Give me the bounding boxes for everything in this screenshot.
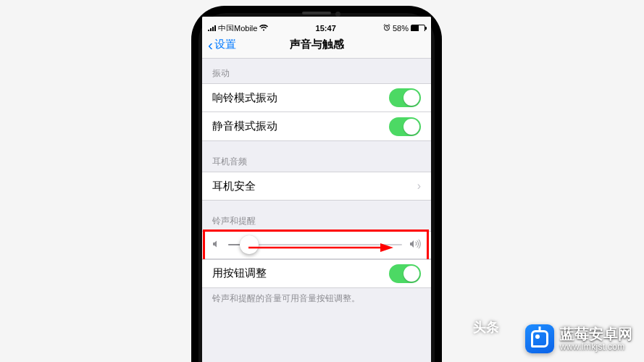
phone-bezel: 中国Mobile 15:47 58% — [198, 13, 435, 362]
row-label: 响铃模式振动 — [212, 91, 389, 105]
navigation-bar: ‹ 设置 声音与触感 — [202, 31, 431, 59]
watermark-logo-icon — [525, 324, 554, 353]
watermark-cut-text: 头条 — [473, 319, 499, 336]
section-header-vibrate: 振动 — [202, 59, 431, 83]
volume-high-icon — [409, 239, 421, 251]
toggle-silent-vibrate[interactable] — [389, 117, 421, 136]
row-headphone-safety[interactable]: 耳机安全 › — [202, 172, 431, 201]
chevron-right-icon: › — [417, 180, 421, 193]
toggle-ring-vibrate[interactable] — [389, 88, 421, 107]
watermark: 蓝莓安卓网 www.lmkjst.com — [525, 324, 632, 353]
phone-camera — [335, 12, 340, 17]
watermark-site-name: 蓝莓安卓网 — [560, 326, 632, 342]
footer-hint: 铃声和提醒的音量可用音量按钮调整。 — [202, 288, 431, 308]
row-label: 静音模式振动 — [212, 119, 389, 133]
status-bar: 中国Mobile 15:47 58% — [202, 17, 431, 31]
row-ring-vibrate[interactable]: 响铃模式振动 — [202, 83, 431, 112]
watermark-site-url: www.lmkjst.com — [560, 342, 632, 353]
row-label: 用按钮调整 — [212, 266, 389, 280]
row-label: 耳机安全 — [212, 180, 417, 193]
section-header-headphone: 耳机音频 — [202, 141, 431, 172]
row-silent-vibrate[interactable]: 静音模式振动 — [202, 112, 431, 141]
row-volume-slider — [202, 231, 431, 259]
slider-thumb[interactable] — [240, 235, 259, 254]
row-button-adjust[interactable]: 用按钮调整 — [202, 259, 431, 288]
volume-slider[interactable] — [228, 244, 402, 245]
toggle-button-adjust[interactable] — [389, 264, 421, 283]
section-header-ringer: 铃声和提醒 — [202, 201, 431, 231]
volume-low-icon — [212, 240, 221, 251]
phone-speaker — [302, 12, 331, 14]
page-title: 声音与触感 — [202, 38, 431, 51]
phone-screen: 中国Mobile 15:47 58% — [202, 17, 431, 362]
phone-device-frame: 中国Mobile 15:47 58% — [191, 6, 442, 362]
